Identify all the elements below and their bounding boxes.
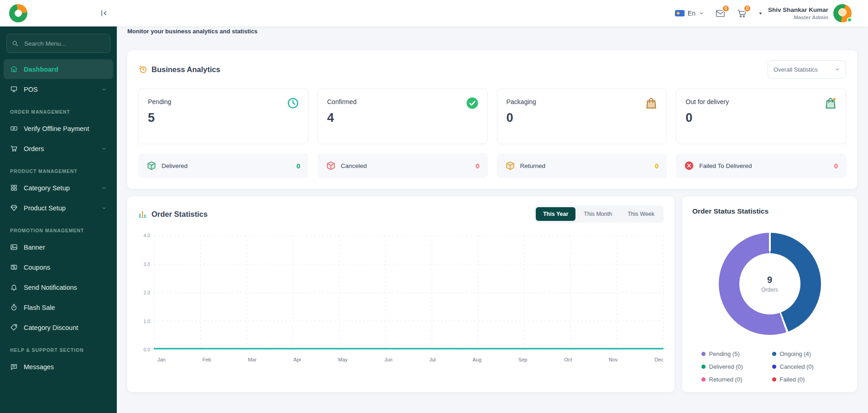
mini-stat-canceled[interactable]: Canceled 0 [318, 153, 488, 178]
sidebar-item-category-discount[interactable]: Category Discount [4, 318, 113, 337]
package-bag-icon [644, 96, 658, 110]
mini-stat-label: Failed To Delivered [699, 162, 752, 169]
tab-this-month[interactable]: This Month [576, 207, 619, 221]
legend-item-failed: Failed (0) [772, 376, 838, 383]
x-tick: Jan [157, 357, 166, 362]
sidebar-item-label: Category Discount [24, 324, 78, 331]
x-tick: Oct [564, 357, 572, 362]
legend-dot [772, 377, 776, 382]
stat-value: 4 [327, 111, 478, 125]
tab-this-year[interactable]: This Year [536, 207, 575, 221]
top-header: En 0 0 Shiv Shankar Kumar Master Admin [0, 0, 868, 26]
sidebar-item-pos[interactable]: POS [4, 79, 113, 99]
legend-label: Pending (5) [709, 350, 740, 357]
sidebar-item-banner[interactable]: Banner [4, 237, 113, 257]
chevron-down-icon [101, 205, 107, 211]
main-content: Welcome, Shiv Monitor your business anal… [117, 0, 868, 392]
y-tick: 1.0 [143, 319, 150, 324]
profile-menu[interactable]: Shiv Shankar Kumar Master Admin [758, 4, 852, 22]
mini-stat-returned[interactable]: Returned 0 [497, 153, 667, 178]
statistics-filter-select[interactable]: Overall Statistics [768, 60, 846, 78]
x-tick: Mar [248, 357, 256, 362]
page-subtitle: Monitor your business analytics and stat… [127, 28, 857, 35]
online-status-dot [847, 17, 852, 22]
stat-label: Pending [148, 98, 299, 105]
sidebar-item-label: Verify Offline Payment [24, 125, 89, 132]
sidebar-item-label: Banner [24, 244, 45, 251]
sidebar-collapse-button[interactable] [99, 9, 109, 18]
y-tick: 3.0 [143, 261, 150, 267]
avatar [833, 4, 852, 22]
sidebar-item-label: Dashboard [24, 66, 58, 73]
package-icon [146, 161, 157, 171]
legend-label: Delivered (0) [709, 363, 743, 370]
business-analytics-icon [138, 65, 147, 74]
statistics-filter-value: Overall Statistics [774, 66, 818, 73]
order-stats-grid: Pending 5 Confirmed 4 Packaging 0 [138, 89, 846, 144]
sidebar-item-verify-offline-payment[interactable]: Verify Offline Payment [4, 119, 113, 138]
legend-label: Ongoing (4) [780, 350, 811, 357]
stat-card-pending[interactable]: Pending 5 [138, 89, 309, 144]
search-menu-input[interactable] [6, 34, 110, 53]
legend-item-canceled: Canceled (0) [772, 363, 838, 370]
sidebar-item-label: Send Notifications [24, 284, 77, 291]
header-left [0, 4, 117, 22]
y-tick: 0.0 [143, 347, 150, 352]
package-icon [326, 161, 336, 171]
sidebar-item-messages[interactable]: Messages [4, 357, 113, 376]
sidebar: Dashboard POS ORDER MANAGEMENT Verify Of… [0, 26, 117, 413]
sidebar-search [6, 34, 110, 53]
donut-center: 9 Orders [739, 253, 800, 314]
chevron-down-icon [101, 185, 107, 191]
sidebar-item-label: POS [24, 86, 38, 93]
sidebar-item-product-setup[interactable]: Product Setup [4, 198, 113, 218]
mini-stat-label: Delivered [162, 162, 188, 169]
x-tick: Sep [518, 357, 528, 362]
language-flag-icon [675, 10, 685, 16]
order-status-donut: 9 Orders [719, 233, 821, 335]
stat-card-out-for-delivery[interactable]: Out for delivery 0 [676, 89, 846, 144]
mini-stat-label: Canceled [341, 162, 367, 169]
check-circle-icon [465, 96, 479, 110]
order-status-card: Order Status Statistics 9 Orders Pending… [682, 196, 857, 392]
x-tick: Dec [654, 357, 664, 362]
sidebar-item-category-setup[interactable]: Category Setup [4, 178, 113, 198]
x-tick: Apr [293, 357, 301, 362]
sidebar-item-send-notifications[interactable]: Send Notifications [4, 277, 113, 297]
language-selector[interactable]: En [675, 10, 704, 17]
mini-stat-delivered[interactable]: Delivered 0 [138, 153, 309, 178]
sidebar-item-flash-sale[interactable]: Flash Sale [4, 298, 113, 317]
sidebar-item-orders[interactable]: Orders [4, 139, 113, 158]
order-statistics-header: Order Statistics [138, 209, 208, 219]
order-statistics-icon [138, 209, 147, 219]
legend-item-returned: Returned (0) [701, 376, 768, 383]
search-icon [11, 40, 19, 47]
messages-button[interactable]: 0 [715, 8, 726, 19]
stat-card-packaging[interactable]: Packaging 0 [497, 89, 667, 144]
time-range-tabs: This Year This Month This Week [534, 205, 664, 223]
legend-item-pending: Pending (5) [701, 350, 768, 357]
order-mini-stats: Delivered 0 Canceled 0 Returned 0 [138, 153, 846, 178]
sidebar-item-label: Product Setup [24, 204, 66, 212]
cart-button[interactable]: 0 [737, 8, 747, 19]
tab-this-week[interactable]: This Week [620, 207, 662, 221]
legend-dot [772, 365, 776, 369]
cart-badge: 0 [743, 5, 751, 12]
stat-card-confirmed[interactable]: Confirmed 4 [318, 89, 488, 144]
mini-stat-value: 0 [296, 162, 300, 170]
legend-dot [701, 377, 706, 382]
legend-dot [772, 352, 776, 356]
mini-stat-failed[interactable]: Failed To Delivered 0 [676, 153, 846, 178]
discount-tag-icon [10, 324, 18, 331]
x-tick: Jun [384, 357, 392, 362]
chevron-down-icon [101, 87, 107, 92]
cart-icon [10, 145, 18, 152]
mini-stat-value: 0 [476, 162, 479, 170]
sidebar-item-coupons[interactable]: Coupons [4, 257, 113, 277]
order-statistics-title: Order Statistics [152, 210, 208, 219]
business-analytics-header: Business Analytics [138, 65, 220, 74]
x-tick: Aug [473, 357, 482, 362]
sidebar-item-label: Coupons [24, 264, 50, 271]
grid-icon [10, 184, 18, 192]
sidebar-item-dashboard[interactable]: Dashboard [4, 59, 113, 79]
